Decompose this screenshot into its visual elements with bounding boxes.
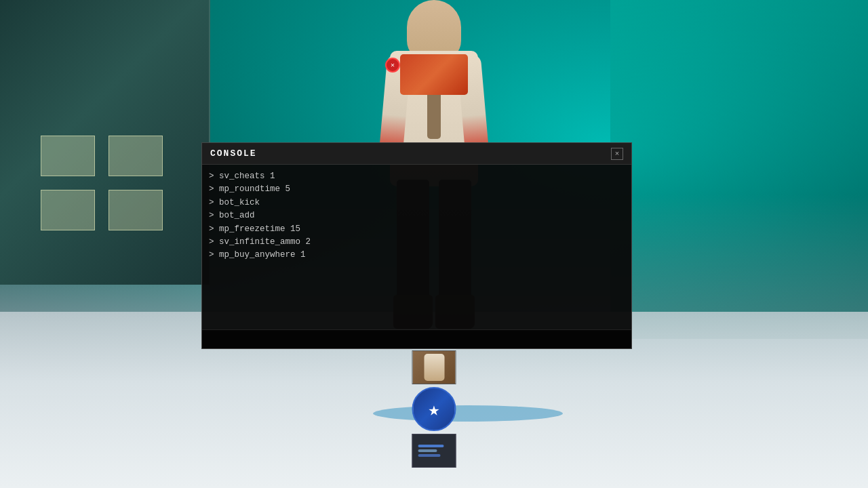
console-line-3: > bot_kick xyxy=(209,197,625,209)
thumbnail-star-badge[interactable]: ★ xyxy=(412,387,456,431)
console-line-6: > sv_infinite_ammo 2 xyxy=(209,236,625,249)
console-title: CONSOLE xyxy=(210,148,257,159)
star-icon: ★ xyxy=(429,398,440,421)
thumb-line-1 xyxy=(418,445,444,447)
console-line-7: > mp_buy_anywhere 1 xyxy=(209,249,625,262)
character-scarf xyxy=(400,54,468,95)
thumb-line-3 xyxy=(418,454,441,457)
console-titlebar: CONSOLE × xyxy=(202,143,631,165)
bg-puddle xyxy=(373,405,563,422)
thumbnails-panel: ★ xyxy=(412,350,456,468)
bg-window-2 xyxy=(108,136,163,176)
console-line-4: > bot_add xyxy=(209,209,625,222)
console-window: CONSOLE × > sv_cheats 1 > mp_roundtime 5… xyxy=(201,142,632,349)
console-line-2: > mp_roundtime 5 xyxy=(209,183,625,196)
thumb-line-2 xyxy=(418,449,437,452)
thumbnail-character[interactable] xyxy=(412,350,456,384)
thumb-lines-container xyxy=(413,439,456,462)
console-line-1: > sv_cheats 1 xyxy=(209,170,625,183)
console-input[interactable] xyxy=(209,335,625,344)
bg-building-left xyxy=(0,0,210,285)
console-input-row[interactable] xyxy=(202,329,631,348)
console-line-5: > mp_freezetime 15 xyxy=(209,223,625,236)
thumbnail-card[interactable] xyxy=(412,434,456,468)
bg-window-3 xyxy=(41,190,95,230)
bg-window-1 xyxy=(41,136,95,176)
console-body: > sv_cheats 1 > mp_roundtime 5 > bot_kic… xyxy=(202,165,631,348)
bg-right xyxy=(610,0,868,339)
console-close-button[interactable]: × xyxy=(611,148,623,160)
bg-window-4 xyxy=(108,190,163,230)
character-emblem: ✕ xyxy=(385,58,400,73)
